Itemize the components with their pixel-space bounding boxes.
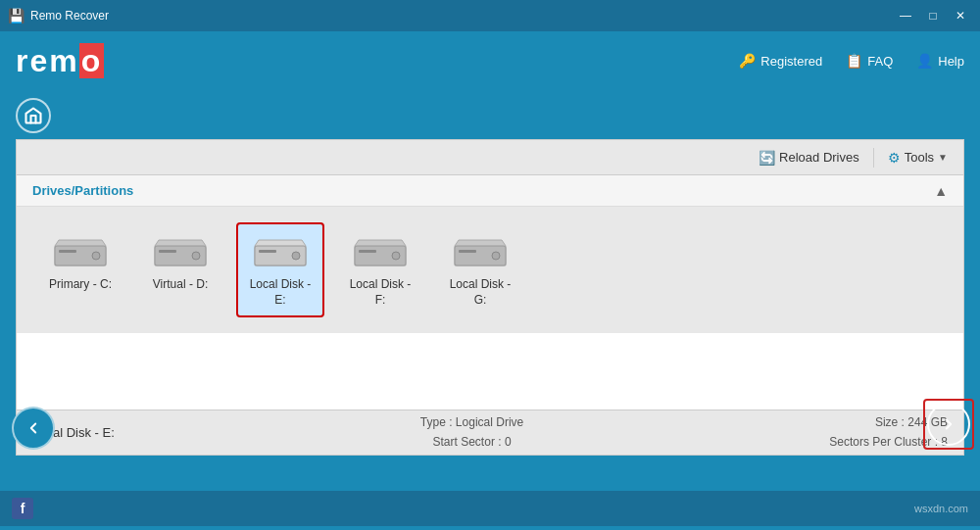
- registered-label: Registered: [760, 54, 822, 69]
- bottom-bar: f wsxdn.com: [0, 491, 980, 526]
- next-button[interactable]: [927, 403, 970, 446]
- tools-arrow-icon: ▼: [938, 152, 948, 163]
- status-start-sector: Start Sector : 0: [420, 433, 523, 452]
- title-bar-controls: — □ ✕: [894, 6, 972, 25]
- status-info: Type : Logical Drive Start Sector : 0: [420, 413, 523, 451]
- drive-label-e: Local Disk - E:: [246, 277, 315, 308]
- tools-button[interactable]: ⚙ Tools ▼: [882, 148, 954, 168]
- drives-grid: Primary - C: Virtual - D:: [17, 207, 963, 333]
- svg-rect-18: [459, 250, 476, 253]
- watermark: wsxdn.com: [914, 503, 968, 514]
- nav-area: [0, 456, 980, 491]
- drive-item-c[interactable]: Primary - C:: [36, 222, 124, 303]
- drives-header: Drives/Partitions ▲: [17, 175, 963, 207]
- title-bar: 💾 Remo Recover — □ ✕: [0, 0, 980, 31]
- drives-empty-area: [17, 333, 963, 410]
- app-icon: 💾: [8, 8, 24, 24]
- drive-label-c: Primary - C:: [49, 277, 112, 293]
- key-icon: 🔑: [739, 53, 756, 69]
- tools-icon: ⚙: [888, 150, 901, 166]
- svg-rect-6: [159, 250, 176, 253]
- help-button[interactable]: 👤 Help: [916, 53, 964, 69]
- toolbar-divider: [873, 148, 874, 168]
- faq-button[interactable]: 📋 FAQ: [846, 53, 893, 69]
- home-row: [16, 98, 964, 133]
- drive-item-f[interactable]: Local Disk - F:: [336, 222, 424, 317]
- svg-point-11: [292, 252, 300, 260]
- drive-label-d: Virtual - D:: [153, 277, 208, 293]
- reload-label: Reload Drives: [779, 150, 859, 165]
- tools-label: Tools: [905, 150, 934, 165]
- drive-label-g: Local Disk - G:: [446, 277, 514, 308]
- svg-point-19: [492, 252, 500, 260]
- faq-label: FAQ: [867, 54, 893, 69]
- title-bar-title: Remo Recover: [30, 9, 109, 23]
- reload-icon: 🔄: [759, 150, 775, 166]
- facebook-icon[interactable]: f: [12, 498, 33, 519]
- status-bar: Local Disk - E: Type : Logical Drive Sta…: [17, 410, 963, 455]
- drive-icon-e: [251, 232, 310, 271]
- faq-icon: 📋: [846, 53, 862, 69]
- logo: remo: [16, 43, 104, 79]
- header-right: 🔑 Registered 📋 FAQ 👤 Help: [739, 53, 964, 69]
- svg-rect-14: [359, 250, 376, 253]
- content: 🔄 Reload Drives ⚙ Tools ▼ Drives/Partiti…: [0, 90, 980, 456]
- drive-item-d[interactable]: Virtual - D:: [136, 222, 224, 303]
- minimize-button[interactable]: —: [894, 6, 917, 25]
- back-button[interactable]: [12, 407, 55, 450]
- svg-point-15: [392, 252, 400, 260]
- drives-section-label: Drives/Partitions: [32, 183, 133, 198]
- panel-toolbar: 🔄 Reload Drives ⚙ Tools ▼: [17, 140, 963, 175]
- help-label: Help: [938, 54, 964, 69]
- drive-label-f: Local Disk - F:: [346, 277, 415, 308]
- registered-button[interactable]: 🔑 Registered: [739, 53, 822, 69]
- svg-point-3: [92, 252, 100, 260]
- main-panel: 🔄 Reload Drives ⚙ Tools ▼ Drives/Partiti…: [16, 139, 964, 456]
- logo-text: remo: [16, 43, 104, 79]
- header: remo 🔑 Registered 📋 FAQ 👤 Help: [0, 31, 980, 90]
- help-icon: 👤: [916, 53, 933, 69]
- drive-item-g[interactable]: Local Disk - G:: [436, 222, 524, 317]
- drive-icon-c: [51, 232, 110, 271]
- drive-icon-f: [351, 232, 410, 271]
- reload-drives-button[interactable]: 🔄 Reload Drives: [753, 148, 865, 168]
- collapse-icon[interactable]: ▲: [934, 183, 948, 199]
- close-button[interactable]: ✕: [949, 6, 972, 25]
- drive-icon-d: [151, 232, 210, 271]
- home-button[interactable]: [16, 98, 51, 133]
- svg-point-7: [192, 252, 200, 260]
- svg-rect-10: [259, 250, 276, 253]
- svg-rect-2: [59, 250, 76, 253]
- status-type: Type : Logical Drive: [420, 413, 523, 432]
- title-bar-left: 💾 Remo Recover: [8, 8, 109, 24]
- drive-icon-g: [451, 232, 510, 271]
- maximize-button[interactable]: □: [921, 6, 945, 25]
- drive-item-e[interactable]: Local Disk - E:: [236, 222, 324, 317]
